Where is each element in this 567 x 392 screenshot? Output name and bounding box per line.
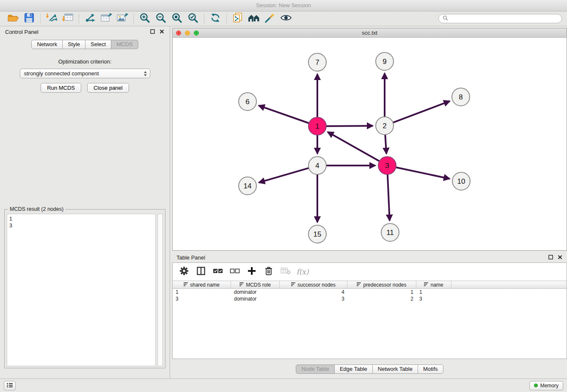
open-session-button[interactable]	[5, 12, 21, 25]
table-header-row: shared nameMCDS rolesuccessor nodesprede…	[173, 281, 567, 289]
graph-node-6[interactable]: 6	[239, 93, 256, 110]
graph-node-3[interactable]: 3	[378, 157, 396, 174]
graph-node-9[interactable]: 9	[376, 52, 394, 70]
app-window: Session: New Session	[0, 0, 567, 392]
window-titlebar[interactable]: Session: New Session	[0, 0, 567, 11]
criterion-dropdown[interactable]: strongly connected component	[20, 69, 150, 78]
tab-style[interactable]: Style	[62, 40, 85, 49]
graph-edge-4-14[interactable]	[259, 168, 309, 182]
select-all-button[interactable]	[212, 265, 224, 278]
network-graph[interactable]: 7968124314101511	[173, 38, 566, 250]
table-row[interactable]: 1dominator411	[173, 289, 567, 295]
refresh-button[interactable]	[207, 12, 223, 25]
tab-mcds[interactable]: MCDS	[111, 40, 138, 49]
float-icon	[150, 29, 155, 35]
svg-text:6: 6	[245, 98, 249, 106]
graph-node-8[interactable]: 8	[452, 88, 470, 106]
table-row[interactable]: 3dominator323	[173, 295, 567, 302]
deselect-all-button[interactable]	[228, 265, 241, 278]
delete-table-button[interactable]	[279, 265, 292, 278]
column-header-name[interactable]: name	[416, 281, 451, 289]
list-icon	[7, 382, 13, 389]
search-input[interactable]	[450, 16, 558, 22]
graph-edge-2-3[interactable]	[385, 135, 386, 154]
zoom-selected-button[interactable]	[185, 12, 201, 25]
table-panel-close-button[interactable]	[557, 255, 563, 260]
svg-text:1: 1	[315, 122, 319, 130]
table-cell: 1	[347, 289, 416, 295]
table-tab-edge-table[interactable]: Edge Table	[334, 364, 373, 374]
table-tab-motifs[interactable]: Motifs	[418, 364, 443, 374]
duplicate-network-button[interactable]	[230, 12, 246, 25]
graph-edge-3-1[interactable]	[328, 132, 379, 161]
window-minimize-button[interactable]: −	[185, 30, 190, 36]
column-header-shared-name[interactable]: shared name	[173, 281, 231, 289]
table-cell: 4	[280, 289, 347, 295]
column-header-successor-nodes[interactable]: successor nodes	[280, 281, 347, 289]
table-settings-button[interactable]	[178, 265, 190, 278]
control-panel-float-button[interactable]	[150, 29, 155, 35]
zoom-fit-button[interactable]	[169, 12, 185, 25]
tab-network[interactable]: Network	[31, 40, 63, 49]
graph-edge-3-10[interactable]	[396, 167, 450, 179]
delete-column-button[interactable]	[262, 265, 275, 278]
table-toolbar: f(x)	[173, 263, 567, 281]
double-house-icon	[248, 13, 260, 25]
status-bar: Memory	[0, 378, 567, 392]
window-close-button[interactable]: ×	[176, 30, 181, 36]
show-hide-button[interactable]	[278, 12, 294, 25]
add-column-button[interactable]	[245, 265, 258, 278]
close-icon	[558, 254, 562, 261]
run-mcds-button[interactable]: Run MCDS	[41, 83, 81, 93]
graph-edge-3-11[interactable]	[388, 174, 390, 221]
graph-node-11[interactable]: 11	[381, 224, 399, 241]
graph-edge-2-8[interactable]	[393, 101, 450, 123]
close-panel-button[interactable]: Close panel	[87, 83, 129, 93]
svg-text:10: 10	[457, 177, 465, 185]
table-panel-float-button[interactable]	[548, 255, 553, 260]
graph-node-1[interactable]: 1	[308, 117, 326, 135]
window-zoom-button[interactable]: +	[194, 30, 199, 36]
function-builder-button[interactable]: f(x)	[296, 265, 309, 278]
export-table-button[interactable]	[98, 12, 114, 25]
network-canvas[interactable]: 7968124314101511	[173, 38, 567, 250]
task-history-button[interactable]	[4, 381, 16, 390]
zoom-in-button[interactable]	[137, 12, 153, 25]
zoom-out-button[interactable]	[153, 12, 169, 25]
graph-node-10[interactable]: 10	[452, 172, 470, 190]
import-table-button[interactable]	[60, 12, 76, 25]
memory-label: Memory	[540, 383, 559, 389]
column-header-predecessor-nodes[interactable]: predecessor nodes	[347, 281, 416, 289]
save-session-button[interactable]	[21, 12, 37, 25]
memory-button[interactable]: Memory	[529, 381, 563, 390]
tab-select[interactable]: Select	[85, 40, 111, 49]
network-window-titlebar[interactable]: × − + scc.txt	[173, 28, 567, 38]
search-box[interactable]	[438, 14, 562, 23]
table-cell: 3	[280, 295, 347, 302]
zoom-in-icon	[139, 12, 150, 25]
control-panel-close-button[interactable]	[159, 29, 165, 35]
open-folder-icon	[7, 13, 19, 24]
result-scrollbar[interactable]	[157, 214, 163, 366]
network-window-title: scc.txt	[362, 30, 377, 36]
show-columns-button[interactable]	[195, 265, 207, 278]
import-network-button[interactable]	[44, 12, 60, 25]
table-tab-node-table[interactable]: Node Table	[296, 364, 335, 374]
graph-node-2[interactable]: 2	[376, 117, 394, 135]
style-button[interactable]	[262, 12, 278, 25]
first-neighbors-button[interactable]	[246, 12, 262, 25]
table-panel: Table Panel f(x)	[172, 252, 567, 377]
import-network-icon	[45, 12, 58, 25]
table-panel-body: f(x) shared nameMCDS rolesuccessor nodes…	[172, 262, 567, 359]
table-tab-network-table[interactable]: Network Table	[372, 364, 418, 374]
export-network-button[interactable]	[82, 12, 98, 25]
graph-node-4[interactable]: 4	[308, 157, 326, 174]
graph-edge-1-6[interactable]	[259, 105, 309, 123]
column-header-MCDS-role[interactable]: MCDS role	[231, 281, 280, 289]
graph-node-7[interactable]: 7	[308, 53, 326, 71]
export-image-button[interactable]	[114, 12, 130, 25]
graph-node-14[interactable]: 14	[239, 177, 256, 195]
graph-node-15[interactable]: 15	[308, 225, 326, 243]
svg-text:3: 3	[385, 162, 389, 170]
graph-edge-1-2[interactable]	[326, 126, 373, 126]
